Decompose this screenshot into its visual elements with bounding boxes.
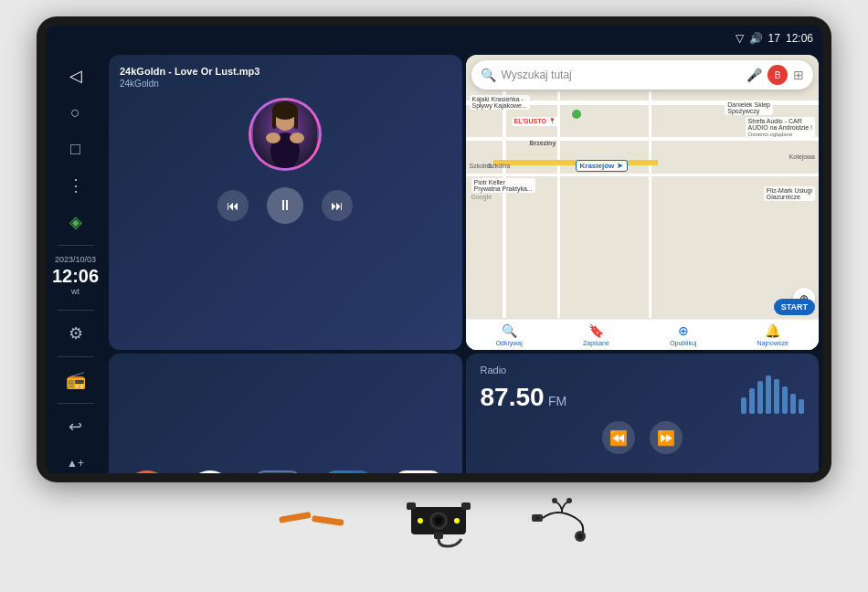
accessories-row xyxy=(274,493,594,548)
map-nav-bottom: 🔍 Odkrywaj 🔖 Zapisane ⊕ Opublikuj xyxy=(466,319,820,350)
svg-point-44 xyxy=(454,518,460,523)
app-chrome[interactable]: Chrome xyxy=(186,470,234,473)
music-title: 24kGoldn - Love Or Lust.mp3 xyxy=(120,66,451,77)
content-area: 24kGoldn - Love Or Lust.mp3 24kGoldn xyxy=(105,51,822,473)
svg-point-11 xyxy=(266,132,281,143)
svg-rect-38 xyxy=(407,502,416,510)
sidebar-item-settings[interactable]: ⚙ xyxy=(54,316,98,351)
sidebar-item-radio[interactable]: 📻 xyxy=(54,363,98,397)
device-shell: ▽ 🔊 17 12:06 ◁ ○ □ ⋮ ◈ 2023/10/03 xyxy=(37,16,831,482)
map-label-strefa: Strefa Audio - CARAUDIO na Androidzie !O… xyxy=(746,117,815,138)
sidebar-item-back[interactable]: ◁ xyxy=(54,58,98,93)
odkrywaj-label: Odkrywaj xyxy=(496,340,523,346)
maps-layers-icon[interactable]: ⊞ xyxy=(793,68,804,82)
app-playstore[interactable]: Sklep Googl... xyxy=(389,470,447,473)
sidebar-divider-1 xyxy=(58,245,94,246)
sidebar-item-back2[interactable]: ↩ xyxy=(54,409,98,444)
odkrywaj-icon: 🔍 xyxy=(502,323,517,338)
sidebar-item-menu[interactable]: ⋮ xyxy=(54,168,98,203)
svg-point-42 xyxy=(435,517,442,524)
status-right: ▽ 🔊 17 12:06 xyxy=(736,32,813,45)
radio-controls: ⏪ ⏩ xyxy=(481,421,805,454)
next-button[interactable]: ⏭ xyxy=(322,190,353,221)
volume-icon: 🔊 xyxy=(749,32,763,45)
chrome-icon xyxy=(186,470,234,473)
app-filemanager[interactable]: Menedżer P.. xyxy=(321,470,374,473)
radio-bar xyxy=(790,394,796,414)
map-label-fliz: Fliz-Mark UsługiGlazurnicze xyxy=(764,186,815,201)
map-nav-zapisane[interactable]: 🔖 Zapisane xyxy=(583,323,609,346)
opublikuj-icon: ⊕ xyxy=(678,323,689,338)
wifi-icon: ▽ xyxy=(736,32,744,45)
music-panel: 24kGoldn - Love Or Lust.mp3 24kGoldn xyxy=(109,55,462,350)
sidebar-item-recent[interactable]: □ xyxy=(54,132,98,166)
svg-rect-9 xyxy=(294,111,298,129)
prev-button[interactable]: ⏮ xyxy=(217,190,249,221)
road-h3 xyxy=(466,174,820,176)
svg-rect-35 xyxy=(279,512,312,523)
apps-panel: wideo xyxy=(109,354,462,473)
map-label-google: Google xyxy=(471,194,492,200)
maps-search-bar[interactable]: 🔍 Wyszukaj tutaj 🎤 B ⊞ xyxy=(471,60,814,90)
map-nav-odkrywaj[interactable]: 🔍 Odkrywaj xyxy=(496,323,523,346)
map-nav-opublikuj[interactable]: ⊕ Opublikuj xyxy=(670,323,696,346)
sidebar-item-home[interactable]: ○ xyxy=(54,95,98,130)
pry-tool-icon xyxy=(274,512,347,530)
map-pin-green xyxy=(572,110,581,119)
pry-tool-accessory xyxy=(274,512,347,530)
map-start-button[interactable]: START xyxy=(774,299,815,315)
svg-point-51 xyxy=(566,498,572,503)
maps-panel: 🔍 Wyszukaj tutaj 🎤 B ⊞ xyxy=(466,55,820,350)
sidebar-item-maps-icon[interactable]: ◈ xyxy=(54,205,98,239)
map-label-1: Kajaki Krasieńka -Spływy Kajakowe... xyxy=(470,95,530,110)
svg-rect-36 xyxy=(312,515,344,526)
maps-mic-icon[interactable]: 🎤 xyxy=(746,68,762,82)
day-display: wt xyxy=(52,287,99,297)
wideo-icon xyxy=(123,470,171,473)
radio-bars xyxy=(741,381,804,414)
map-label-brzeziny: Brzeziny xyxy=(530,140,556,146)
play-pause-button[interactable]: ⏸ xyxy=(267,187,303,224)
najnowsze-icon: 🔔 xyxy=(765,323,780,338)
radio-next-button[interactable]: ⏩ xyxy=(650,421,683,454)
equalizer-icon xyxy=(254,470,302,473)
artist-silhouette xyxy=(253,98,317,171)
maps-avatar[interactable]: B xyxy=(767,65,788,85)
music-artist: 24kGoldn xyxy=(120,79,451,89)
radio-panel: Radio 87.50 FM ⏪ ⏩ xyxy=(466,354,820,473)
sidebar-item-vol-up[interactable]: ▲+ xyxy=(54,446,98,473)
radio-bar xyxy=(757,381,763,414)
album-art-inner xyxy=(251,100,319,168)
svg-rect-45 xyxy=(434,532,443,539)
najnowsze-label: Najnowsze xyxy=(757,340,789,346)
screen: ▽ 🔊 17 12:06 ◁ ○ □ ⋮ ◈ 2023/10/03 xyxy=(46,26,822,473)
map-label-kolejowa: Kolejowa xyxy=(789,153,815,160)
datetime-block: 2023/10/03 12:06 wt xyxy=(52,251,99,304)
playstore-icon xyxy=(395,470,442,473)
svg-point-7 xyxy=(272,101,298,120)
zapisane-label: Zapisane xyxy=(583,340,609,346)
radio-freq-value: 87.50 xyxy=(481,383,545,411)
road-v1 xyxy=(503,91,506,318)
radio-bar xyxy=(782,386,788,414)
radio-frequency-display: 87.50 FM xyxy=(481,383,567,412)
svg-rect-47 xyxy=(535,516,539,520)
map-label-piotr: Piotr KellerPrywatna Praktyka... xyxy=(471,178,535,193)
radio-bar xyxy=(774,379,779,414)
app-wideo[interactable]: wideo xyxy=(123,470,171,473)
music-album-art xyxy=(249,98,322,171)
clock: 12:06 xyxy=(786,32,813,45)
app-equalizer[interactable]: Wyrównywa... xyxy=(249,470,306,473)
battery-level: 17 xyxy=(768,32,780,45)
svg-point-50 xyxy=(552,498,557,503)
camera-accessory xyxy=(402,493,475,548)
radio-prev-button[interactable]: ⏪ xyxy=(602,421,635,454)
radio-bar xyxy=(749,388,755,414)
sidebar-divider-2 xyxy=(58,310,94,311)
map-label-elgusto: EL'GUSTO 📍 xyxy=(512,117,559,126)
sidebar-divider-4 xyxy=(58,403,94,404)
map-nav-najnowsze[interactable]: 🔔 Najnowsze xyxy=(757,323,789,346)
search-icon: 🔍 xyxy=(481,68,496,82)
svg-point-12 xyxy=(290,132,304,143)
camera-icon xyxy=(402,493,475,548)
